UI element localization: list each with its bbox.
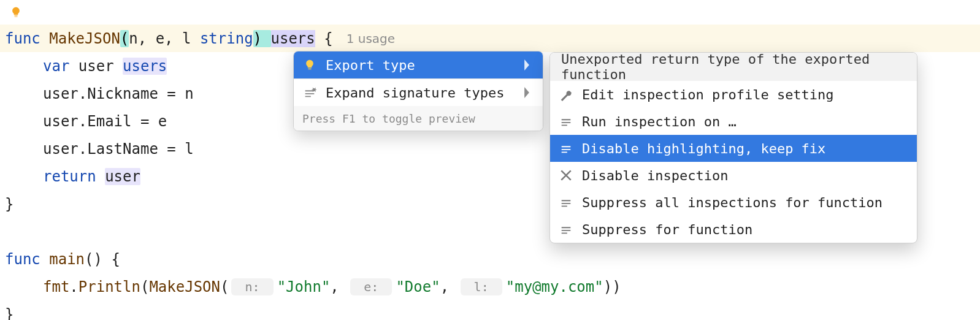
pkg-fmt: fmt — [43, 278, 69, 295]
code-line[interactable]: } — [0, 300, 980, 320]
func-name: main — [49, 251, 85, 268]
wand-icon — [559, 222, 573, 237]
close-brace: } — [5, 306, 13, 321]
params: n, e, l — [129, 30, 200, 47]
chevron-right-icon — [519, 85, 534, 100]
submenu-label: Run inspection on … — [582, 114, 737, 129]
close-parens: )) — [603, 278, 621, 295]
submenu-item-disable-highlighting[interactable]: Disable highlighting, keep fix — [550, 135, 917, 162]
func-name: MakeJSON — [49, 30, 120, 47]
close-paren: ) — [253, 30, 271, 47]
intention-item-expand-signature[interactable]: Expand signature types — [294, 79, 543, 106]
wand-icon — [302, 85, 317, 100]
identifier: user — [78, 58, 123, 75]
submenu-label: Suppress all inspections for function — [582, 195, 882, 210]
submenu-header: Unexported return type of the exported f… — [550, 53, 917, 81]
wand-icon — [559, 141, 573, 156]
intention-popup[interactable]: Export type Expand signature types Press… — [293, 51, 543, 131]
submenu-item-suppress-all[interactable]: Suppress all inspections for function — [550, 189, 917, 216]
keyword-var: var — [43, 58, 78, 75]
param-hint-n: n: — [231, 278, 273, 295]
wrench-icon — [559, 87, 573, 102]
submenu-item-edit-profile[interactable]: Edit inspection profile setting — [550, 81, 917, 108]
submenu-item-disable-inspection[interactable]: Disable inspection — [550, 162, 917, 189]
string-literal: "John" — [277, 278, 331, 295]
keyword-func: func — [5, 251, 49, 268]
func-println: Println — [78, 278, 140, 295]
open-brace: { — [315, 30, 333, 47]
popup-footer-hint: Press F1 to toggle preview — [294, 106, 543, 131]
code-editor[interactable]: func MakeJSON ( n, e, l string ) users {… — [0, 0, 980, 320]
usage-hint[interactable]: 1 usage — [346, 31, 395, 46]
identifier: user — [105, 168, 140, 185]
submenu-item-run-inspection[interactable]: Run inspection on … — [550, 108, 917, 135]
open-paren: ( — [120, 30, 129, 47]
type-ref: users — [123, 58, 167, 75]
lightbulb-icon — [9, 5, 23, 20]
string-literal: "Doe" — [396, 278, 440, 295]
close-brace: } — [5, 196, 13, 213]
param-hint-e: e: — [350, 278, 392, 295]
intention-label: Expand signature types — [326, 85, 504, 101]
param-hint-l: l: — [461, 278, 502, 295]
code-line[interactable]: fmt . Println ( MakeJSON ( n: "John" , e… — [0, 273, 980, 300]
open-paren: ( — [220, 278, 229, 295]
gutter-row — [0, 0, 980, 25]
assignment: user.Email = e — [43, 113, 167, 130]
inspection-submenu[interactable]: Unexported return type of the exported f… — [549, 52, 917, 243]
code-line[interactable]: func MakeJSON ( n, e, l string ) users {… — [0, 25, 980, 52]
string-literal: "my@my.com" — [506, 278, 603, 295]
wand-icon — [559, 195, 573, 210]
dot: . — [69, 278, 78, 295]
assignment: user.LastName = l — [43, 140, 194, 158]
keyword-func: func — [5, 30, 49, 47]
intention-item-export-type[interactable]: Export type — [294, 51, 543, 78]
submenu-label: Edit inspection profile setting — [582, 87, 834, 102]
keyword-return: return — [43, 168, 105, 185]
lightbulb-icon — [302, 58, 317, 72]
intention-label: Export type — [326, 58, 415, 73]
submenu-item-suppress-function[interactable]: Suppress for function — [550, 216, 917, 243]
code-line[interactable]: func main () { — [0, 245, 980, 273]
wand-icon — [559, 114, 573, 129]
close-icon — [559, 168, 573, 183]
submenu-label: Disable inspection — [582, 168, 728, 183]
submenu-label: Disable highlighting, keep fix — [582, 141, 825, 156]
param-type: string — [200, 30, 253, 47]
chevron-right-icon — [519, 58, 534, 72]
submenu-label: Suppress for function — [582, 222, 752, 237]
intention-bulb-gutter[interactable] — [0, 5, 37, 20]
return-type: users — [271, 30, 315, 47]
call-makejson: MakeJSON — [149, 278, 220, 295]
assignment: user.Nickname = n — [43, 85, 194, 102]
parens: () { — [85, 251, 120, 268]
open-paren: ( — [140, 278, 149, 295]
